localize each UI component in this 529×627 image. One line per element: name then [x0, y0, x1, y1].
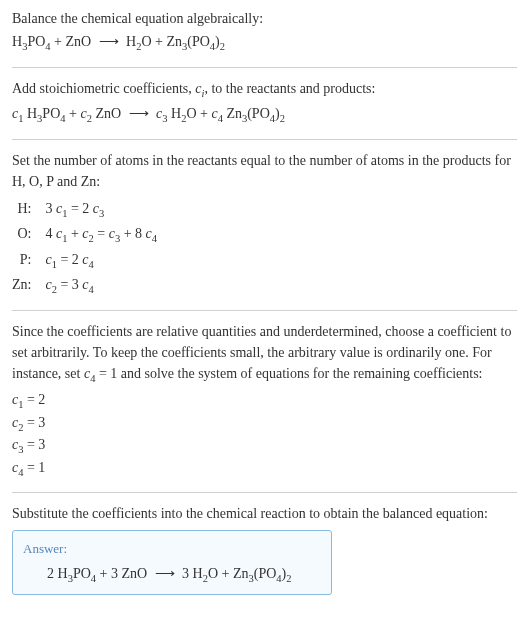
section-atom-balance: Set the number of atoms in the reactants… [12, 150, 517, 311]
row-val-P: c1 = 2 c4 [45, 249, 157, 273]
intro-text-4: Since the coefficients are relative quan… [12, 321, 517, 387]
row-label-P: P: [12, 249, 33, 273]
section-answer: Substitute the coefficients into the che… [12, 503, 517, 607]
row-label-Zn: Zn: [12, 274, 33, 298]
balanced-equation: 2 H3PO4 + 3 ZnO ⟶ 3 H2O + Zn3(PO4)2 [23, 563, 321, 587]
unbalanced-equation: H3PO4 + ZnO ⟶ H2O + Zn3(PO4)2 [12, 31, 517, 55]
coef-c1: c1 = 2 [12, 390, 517, 412]
section-balance-intro: Balance the chemical equation algebraica… [12, 8, 517, 68]
intro-text-1: Balance the chemical equation algebraica… [12, 8, 517, 29]
coefficient-solution-list: c1 = 2 c2 = 3 c3 = 3 c4 = 1 [12, 390, 517, 480]
coef-c2: c2 = 3 [12, 413, 517, 435]
intro-text-2: Add stoichiometric coefficients, ci, to … [12, 78, 517, 102]
row-val-Zn: c2 = 3 c4 [45, 274, 157, 298]
coef-c4: c4 = 1 [12, 458, 517, 480]
row-label-O: O: [12, 223, 33, 247]
section-add-coefficients: Add stoichiometric coefficients, ci, to … [12, 78, 517, 140]
atom-balance-table: H: 3 c1 = 2 c3 O: 4 c1 + c2 = c3 + 8 c4 … [12, 198, 157, 298]
intro-text-3: Set the number of atoms in the reactants… [12, 150, 517, 192]
intro-text-5: Substitute the coefficients into the che… [12, 503, 517, 524]
coef-c3: c3 = 3 [12, 435, 517, 457]
answer-label: Answer: [23, 539, 321, 559]
row-val-H: 3 c1 = 2 c3 [45, 198, 157, 222]
row-val-O: 4 c1 + c2 = c3 + 8 c4 [45, 223, 157, 247]
generic-equation: c1 H3PO4 + c2 ZnO ⟶ c3 H2O + c4 Zn3(PO4)… [12, 103, 517, 127]
row-label-H: H: [12, 198, 33, 222]
section-solve: Since the coefficients are relative quan… [12, 321, 517, 493]
answer-box: Answer: 2 H3PO4 + 3 ZnO ⟶ 3 H2O + Zn3(PO… [12, 530, 332, 595]
